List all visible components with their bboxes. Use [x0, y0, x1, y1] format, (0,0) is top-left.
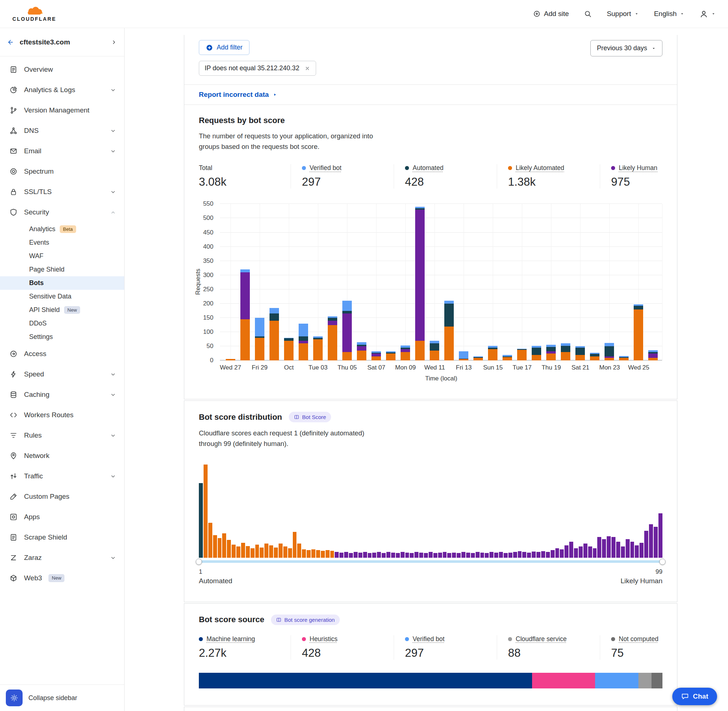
bar-day-9[interactable]: [342, 204, 352, 360]
bar-day-2[interactable]: [240, 204, 250, 360]
source-segment-machine-learning[interactable]: [199, 673, 532, 689]
bar-day-25[interactable]: [575, 204, 585, 360]
close-icon[interactable]: [304, 65, 310, 71]
bar-day-21[interactable]: [517, 204, 527, 360]
hist-bar-score-18[interactable]: [279, 544, 283, 558]
sidebar-item-sensitive-data[interactable]: Sensitive Data: [0, 290, 124, 303]
hist-bar-score-22[interactable]: [297, 544, 301, 558]
hist-bar-score-25[interactable]: [312, 549, 315, 558]
sidebar-item-api-shield[interactable]: API ShieldNew: [0, 303, 124, 317]
collapse-sidebar[interactable]: Collapse sidebar: [0, 684, 124, 711]
hist-bar-score-78[interactable]: [560, 549, 564, 558]
hist-bar-score-81[interactable]: [574, 548, 578, 558]
account-menu[interactable]: [700, 10, 716, 18]
hist-bar-score-54[interactable]: [447, 553, 451, 558]
hist-bar-score-74[interactable]: [541, 551, 545, 558]
support-menu[interactable]: Support: [607, 10, 639, 18]
hist-bar-score-23[interactable]: [302, 549, 306, 558]
sidebar-item-analytics[interactable]: AnalyticsBeta: [0, 223, 124, 236]
bar-day-28[interactable]: [619, 204, 629, 360]
hist-bar-score-24[interactable]: [307, 550, 311, 558]
hist-bar-score-63[interactable]: [489, 552, 493, 558]
hist-bar-score-66[interactable]: [504, 553, 508, 558]
stat-verified-bot[interactable]: Verified bot297: [291, 164, 394, 189]
stat-label[interactable]: Not computed: [619, 635, 659, 643]
hist-bar-score-75[interactable]: [546, 552, 550, 558]
back-arrow-icon[interactable]: [7, 38, 14, 46]
hist-bar-score-90[interactable]: [616, 542, 620, 558]
bar-day-24[interactable]: [561, 204, 570, 360]
hist-bar-score-1[interactable]: [199, 483, 203, 558]
language-menu[interactable]: English: [654, 10, 684, 18]
sidebar-item-speed[interactable]: Speed: [0, 364, 124, 385]
bar-day-8[interactable]: [328, 204, 337, 360]
sidebar-item-overview[interactable]: Overview: [0, 59, 124, 80]
bar-day-23[interactable]: [546, 204, 556, 360]
hist-bar-score-88[interactable]: [607, 536, 611, 558]
hist-bar-score-29[interactable]: [330, 551, 334, 558]
sidebar-item-page-shield[interactable]: Page Shield: [0, 263, 124, 276]
bar-day-6[interactable]: [298, 204, 308, 360]
stat-automated[interactable]: Automated428: [394, 164, 497, 189]
hist-bar-score-73[interactable]: [536, 552, 540, 558]
bar-day-4[interactable]: [269, 204, 279, 360]
bar-day-18[interactable]: [473, 204, 483, 360]
hist-bar-score-37[interactable]: [368, 553, 372, 558]
hist-bar-score-64[interactable]: [494, 553, 498, 558]
hist-bar-score-85[interactable]: [593, 548, 597, 558]
sidebar-item-email[interactable]: Email: [0, 141, 124, 161]
stat-label[interactable]: Verified bot: [413, 635, 444, 643]
hist-bar-score-80[interactable]: [569, 542, 573, 558]
hist-bar-score-92[interactable]: [626, 539, 630, 558]
hist-bar-score-49[interactable]: [424, 553, 428, 558]
chat-button[interactable]: Chat: [672, 688, 717, 705]
stat-cloudflare-service[interactable]: Cloudflare service88: [497, 635, 600, 660]
hist-bar-score-65[interactable]: [499, 552, 503, 558]
hist-bar-score-3[interactable]: [208, 523, 212, 558]
hist-bar-score-40[interactable]: [382, 553, 386, 558]
sidebar-item-caching[interactable]: Caching: [0, 385, 124, 405]
bar-day-10[interactable]: [357, 204, 366, 360]
hist-bar-score-87[interactable]: [602, 539, 606, 558]
hist-bar-score-6[interactable]: [222, 533, 226, 558]
hist-bar-score-68[interactable]: [513, 552, 517, 558]
bar-day-17[interactable]: [459, 204, 468, 360]
cloudflare-logo[interactable]: CLOUDFLARE: [12, 6, 56, 22]
sidebar-item-waf[interactable]: WAF: [0, 249, 124, 263]
hist-bar-score-45[interactable]: [405, 553, 409, 558]
hist-bar-score-71[interactable]: [527, 553, 531, 558]
hist-bar-score-70[interactable]: [522, 552, 526, 558]
sidebar-item-access[interactable]: Access: [0, 344, 124, 364]
hist-bar-score-26[interactable]: [316, 550, 320, 558]
source-segment-not-computed[interactable]: [651, 673, 663, 689]
hist-bar-score-27[interactable]: [321, 551, 325, 558]
hist-bar-score-61[interactable]: [480, 553, 484, 558]
hist-bar-score-35[interactable]: [358, 553, 362, 558]
stat-machine-learning[interactable]: Machine learning2.27k: [199, 635, 291, 660]
hist-bar-score-21[interactable]: [293, 532, 297, 558]
stat-heuristics[interactable]: Heuristics428: [291, 635, 394, 660]
hist-bar-score-99[interactable]: [659, 513, 663, 558]
hist-bar-score-67[interactable]: [508, 553, 512, 558]
sidebar-item-apps[interactable]: Apps: [0, 507, 124, 527]
sidebar-item-settings[interactable]: Settings: [0, 330, 124, 344]
report-incorrect-data-link[interactable]: Report incorrect data: [199, 91, 269, 99]
stat-label[interactable]: Machine learning: [207, 635, 255, 643]
hist-bar-score-51[interactable]: [433, 553, 437, 558]
hist-bar-score-32[interactable]: [344, 552, 348, 558]
slider-handle-min[interactable]: [196, 559, 202, 565]
site-switcher[interactable]: cftestsite3.com: [0, 28, 124, 56]
hist-bar-score-86[interactable]: [597, 537, 601, 558]
hist-bar-score-82[interactable]: [579, 546, 583, 558]
stat-label[interactable]: Likely Automated: [516, 164, 564, 172]
hist-bar-score-94[interactable]: [635, 545, 639, 558]
stat-label[interactable]: Verified bot: [310, 164, 342, 172]
sidebar-item-traffic[interactable]: Traffic: [0, 466, 124, 486]
hist-bar-score-43[interactable]: [396, 553, 400, 558]
hist-bar-score-8[interactable]: [232, 544, 236, 558]
bot-score-slider[interactable]: [199, 559, 663, 565]
add-site-button[interactable]: Add site: [533, 10, 569, 18]
hist-bar-score-12[interactable]: [251, 548, 255, 558]
bar-day-7[interactable]: [313, 204, 323, 360]
bot-score-generation-badge[interactable]: Bot score generation: [271, 615, 340, 625]
